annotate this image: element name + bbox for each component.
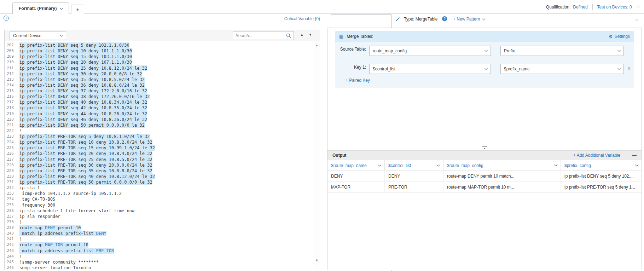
qualification-value-link[interactable]: Defined [573,5,587,10]
line-text: tag CA-TO-BOS [19,196,55,202]
code-line[interactable]: 219ip prefix-list DENY seq 44 deny 10.8.… [5,111,313,117]
code-line[interactable]: 245!snmp-server community ******** [5,259,313,265]
output-column-header[interactable]: $control_list [385,160,443,171]
topbar-right-group: Qualification: Defined Test on Devices: … [546,0,640,14]
code-line[interactable]: 243 match ip address prefix-list PRE-TOR [5,248,313,254]
tab-format1[interactable]: Format1 (Primary) [12,2,69,14]
code-line[interactable]: 230ip prefix-list PRE-TOR seq 40 deny 10… [5,174,313,179]
code-line[interactable]: 240 match ip address prefix-list DENY [5,231,313,236]
device-selector[interactable]: Current Device [10,31,66,40]
line-number: 240 [5,231,19,236]
minimize-icon[interactable] [632,155,637,156]
source-table-select[interactable]: route_map_config [369,46,491,56]
code-line[interactable]: 218ip prefix-list DENY seq 42 deny 10.8.… [5,105,313,111]
scroll-down-icon[interactable]: ▼ [314,259,320,262]
chevron-down-icon [437,163,440,167]
help-icon[interactable]: ? [442,16,447,21]
critical-variable-link[interactable]: Critical Variable (0) [247,16,320,21]
code-line[interactable]: 242route-map MAP-TOR permit 10 [5,242,313,248]
menu-icon[interactable]: ≡ [637,4,640,10]
code-line[interactable]: 235 frequency 300 [5,202,313,208]
config-code[interactable]: 207ip prefix-list DENY seq 5 deny 102.1.… [5,41,313,270]
output-header-row: $route_map_name$control_list$route_map_c… [327,160,642,171]
code-line[interactable]: 223ip prefix-list PRE-TOR seq 5 deny 10.… [5,134,313,139]
line-text: ip prefix-list PRE-TOR seq 25 deny 10.8.… [19,157,152,162]
key1-select[interactable]: $control_list [369,64,491,74]
code-line[interactable]: 221ip prefix-list DENY seq 50 permit 0.0… [5,122,313,128]
table-row[interactable]: MAP-TORPRE-TORroute-map MAP-TOR permit 1… [327,182,642,193]
code-line[interactable]: 213ip prefix-list DENY seq 35 deny 10.8.… [5,77,313,82]
edit-pencil-icon[interactable] [395,16,401,23]
code-line[interactable]: 246snmp-server location Toronto [5,265,313,270]
merge-tables-header: ▦ Merge Tables: ⚙ Settings [335,31,634,42]
test-on-devices-link[interactable]: Test on Devices: 0 [597,5,632,10]
code-line[interactable]: 239route-map DENY permit 10 [5,225,313,231]
code-line[interactable]: 222! [5,128,313,134]
info-icon[interactable]: i [4,16,9,21]
code-line[interactable]: 209ip prefix-list DENY seq 15 deny 103.1… [5,54,313,59]
new-pattern-button[interactable]: + New Pattern [453,17,485,22]
table-row[interactable]: DENYDENYroute-map DENY permit 10 match..… [327,171,642,182]
vertical-scrollbar[interactable]: ▲ ▼ [314,41,320,270]
code-line[interactable]: 233 icmp-echo 104.1.1.2 source-ip 105.1.… [5,191,313,196]
table-cell: ip prefix-list DENY seq 5 deny 102.... [561,171,642,181]
output-column-header[interactable]: $route_map_name [327,160,385,171]
add-additional-variable-link[interactable]: + Add Additional Variable [573,153,620,158]
merge-tables-card: ▦ Merge Tables: ⚙ Settings Source Table:… [335,31,634,88]
line-text: ip sla schedule 1 life forever start-tim… [19,208,134,214]
add-tab-button[interactable]: + [71,5,84,14]
code-line[interactable]: 217ip prefix-list DENY seq 40 deny 10.8.… [5,99,313,105]
code-line[interactable]: 237ip sla responder [5,214,313,219]
code-line[interactable]: 212ip prefix-list DENY seq 30 deny 20.0.… [5,71,313,77]
source-table-label: Source Table: [335,47,366,52]
search-input[interactable] [236,33,286,38]
code-line[interactable]: 232ip sla 1 [5,185,313,191]
paired-key-link[interactable]: + Paired Key [346,78,370,83]
code-line[interactable]: 207ip prefix-list DENY seq 5 deny 102.1.… [5,42,313,48]
output-column-header[interactable]: $prefix_config [561,160,642,171]
line-text: ip prefix-list DENY seq 42 deny 10.8.35.… [19,105,147,111]
line-text: ip prefix-list DENY seq 35 deny 10.8.5.0… [19,77,145,82]
second-table-select[interactable]: Prefix [500,46,624,56]
collapse-icon[interactable]: ▲ [482,146,487,150]
line-text: frequency 300 [19,202,55,208]
code-line[interactable]: 210ip prefix-list DENY seq 20 deny 107.1… [5,59,313,65]
line-text: ip prefix-list DENY seq 20 deny 107.1.1.… [19,59,132,65]
code-line[interactable]: 229ip prefix-list PRE-TOR seq 35 deny 10… [5,168,313,174]
code-line[interactable]: 211ip prefix-list DENY seq 25 deny 10.8.… [5,65,313,71]
search-prev-button[interactable]: ▲ [300,33,303,36]
output-column-header[interactable]: $route_map_config [443,160,561,171]
search-next-button[interactable]: ▼ [309,33,312,36]
line-number: 214 [5,82,19,88]
table-cell: route-map DENY permit 10 match... [443,171,561,181]
code-line[interactable]: 215ip prefix-list DENY seq 37 deny 172.2… [5,88,313,94]
scroll-up-icon[interactable]: ▲ [314,44,320,47]
code-line[interactable]: 227ip prefix-list PRE-TOR seq 25 deny 10… [5,157,313,162]
code-line[interactable]: 244! [5,254,313,259]
line-number: 219 [5,111,19,117]
code-line[interactable]: 208ip prefix-list DENY seq 10 deny 101.1… [5,48,313,54]
code-line[interactable]: 236ip sla schedule 1 life forever start-… [5,208,313,214]
code-line[interactable]: 241! [5,236,313,242]
settings-button[interactable]: ⚙ Settings [609,34,630,39]
key1-value: $control_list [373,67,395,71]
chevron-down-icon [482,17,486,20]
code-line[interactable]: 220ip prefix-list DENY seq 46 deny 10.8.… [5,117,313,122]
line-number: 237 [5,214,19,219]
code-line[interactable]: 231ip prefix-list PRE-TOR seq 50 permit … [5,179,313,185]
code-line[interactable]: 234 tag CA-TO-BOS [5,196,313,202]
code-line[interactable]: 224ip prefix-list PRE-TOR seq 10 deny 10… [5,139,313,145]
config-panel: Current Device ▲ ▼ 207ip prefix-list DEN… [4,30,320,270]
remove-key-icon[interactable]: × [627,65,631,72]
code-line[interactable]: 226ip prefix-list PRE-TOR seq 20 deny 10… [5,151,313,156]
key1-second-select[interactable]: $prefix_name [500,64,624,74]
code-line[interactable]: 228ip prefix-list PRE-TOR seq 30 deny 20… [5,162,313,168]
line-text: ip prefix-list DENY seq 25 deny 10.8.12.… [19,65,147,71]
line-number: 242 [5,242,19,248]
code-line[interactable]: 214ip prefix-list DENY seq 36 deny 10.8.… [5,82,313,88]
code-line[interactable]: 238! [5,219,313,225]
panel-menu-icon[interactable]: ≡ [635,17,638,23]
code-line[interactable]: 216ip prefix-list DENY seq 38 deny 172.2… [5,94,313,99]
line-number: 239 [5,225,19,231]
code-line[interactable]: 225ip prefix-list PRE-TOR seq 15 deny 10… [5,145,313,151]
